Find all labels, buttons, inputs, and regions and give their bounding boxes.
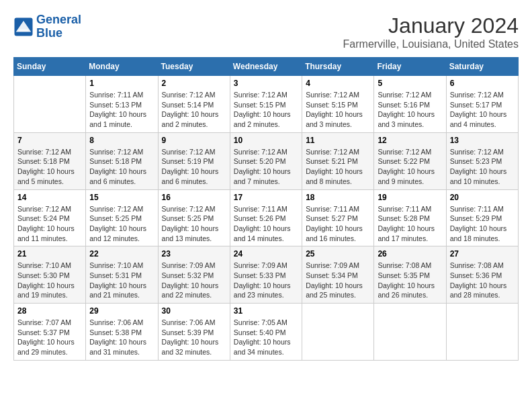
logo-line2: Blue — [36, 27, 81, 40]
logo-icon — [13, 17, 34, 37]
day-info: Sunrise: 7:11 AM Sunset: 5:27 PM Dayligh… — [306, 204, 370, 244]
day-number: 19 — [378, 193, 442, 202]
header-cell-thursday: Thursday — [302, 58, 374, 76]
day-number: 10 — [234, 136, 298, 145]
day-info: Sunrise: 7:12 AM Sunset: 5:23 PM Dayligh… — [450, 147, 515, 187]
day-info: Sunrise: 7:12 AM Sunset: 5:15 PM Dayligh… — [234, 90, 298, 130]
day-number: 28 — [17, 306, 82, 316]
day-info: Sunrise: 7:12 AM Sunset: 5:17 PM Dayligh… — [450, 90, 515, 130]
day-cell: 15Sunrise: 7:12 AM Sunset: 5:25 PM Dayli… — [86, 189, 158, 246]
day-info: Sunrise: 7:12 AM Sunset: 5:22 PM Dayligh… — [378, 147, 442, 187]
calendar-table: SundayMondayTuesdayWednesdayThursdayFrid… — [13, 57, 519, 361]
header-cell-friday: Friday — [374, 58, 446, 76]
day-number: 31 — [234, 306, 298, 316]
header-cell-saturday: Saturday — [446, 58, 518, 76]
day-cell: 25Sunrise: 7:09 AM Sunset: 5:34 PM Dayli… — [302, 246, 374, 304]
day-info: Sunrise: 7:08 AM Sunset: 5:35 PM Dayligh… — [378, 261, 442, 300]
day-number: 6 — [450, 79, 515, 88]
day-info: Sunrise: 7:12 AM Sunset: 5:25 PM Dayligh… — [162, 204, 226, 244]
day-info: Sunrise: 7:06 AM Sunset: 5:38 PM Dayligh… — [89, 318, 154, 357]
day-cell: 16Sunrise: 7:12 AM Sunset: 5:25 PM Dayli… — [158, 189, 230, 246]
day-info: Sunrise: 7:12 AM Sunset: 5:14 PM Dayligh… — [162, 90, 226, 130]
day-cell: 30Sunrise: 7:06 AM Sunset: 5:39 PM Dayli… — [158, 304, 230, 361]
calendar-body: 1Sunrise: 7:11 AM Sunset: 5:13 PM Daylig… — [14, 76, 519, 361]
day-info: Sunrise: 7:11 AM Sunset: 5:26 PM Dayligh… — [234, 204, 298, 244]
logo: General Blue — [13, 13, 81, 40]
day-number: 4 — [306, 79, 370, 88]
day-number: 29 — [89, 306, 154, 316]
day-info: Sunrise: 7:07 AM Sunset: 5:37 PM Dayligh… — [17, 318, 82, 357]
day-cell: 27Sunrise: 7:08 AM Sunset: 5:36 PM Dayli… — [446, 246, 518, 304]
day-info: Sunrise: 7:06 AM Sunset: 5:39 PM Dayligh… — [162, 318, 226, 357]
day-info: Sunrise: 7:12 AM Sunset: 5:19 PM Dayligh… — [162, 147, 226, 187]
day-cell: 2Sunrise: 7:12 AM Sunset: 5:14 PM Daylig… — [158, 76, 230, 133]
day-number: 24 — [234, 249, 298, 259]
day-info: Sunrise: 7:12 AM Sunset: 5:18 PM Dayligh… — [89, 147, 154, 187]
day-number: 21 — [17, 249, 82, 259]
week-row-5: 28Sunrise: 7:07 AM Sunset: 5:37 PM Dayli… — [14, 304, 519, 361]
day-number: 14 — [17, 193, 82, 202]
day-cell: 9Sunrise: 7:12 AM Sunset: 5:19 PM Daylig… — [158, 132, 230, 189]
day-cell: 13Sunrise: 7:12 AM Sunset: 5:23 PM Dayli… — [446, 132, 518, 189]
day-number: 27 — [450, 249, 515, 259]
day-number: 26 — [378, 249, 442, 259]
day-info: Sunrise: 7:08 AM Sunset: 5:36 PM Dayligh… — [450, 261, 515, 300]
day-cell: 19Sunrise: 7:11 AM Sunset: 5:28 PM Dayli… — [374, 189, 446, 246]
day-number: 12 — [378, 136, 442, 145]
day-cell: 29Sunrise: 7:06 AM Sunset: 5:38 PM Dayli… — [86, 304, 158, 361]
day-info: Sunrise: 7:10 AM Sunset: 5:31 PM Dayligh… — [89, 261, 154, 300]
day-info: Sunrise: 7:12 AM Sunset: 5:15 PM Dayligh… — [306, 90, 370, 130]
day-number: 18 — [306, 193, 370, 202]
day-number: 1 — [89, 79, 154, 88]
day-cell: 21Sunrise: 7:10 AM Sunset: 5:30 PM Dayli… — [14, 246, 86, 304]
day-number: 23 — [162, 249, 226, 259]
header-cell-monday: Monday — [86, 58, 158, 76]
day-cell: 11Sunrise: 7:12 AM Sunset: 5:21 PM Dayli… — [302, 132, 374, 189]
day-cell: 4Sunrise: 7:12 AM Sunset: 5:15 PM Daylig… — [302, 76, 374, 133]
day-cell: 31Sunrise: 7:05 AM Sunset: 5:40 PM Dayli… — [230, 304, 302, 361]
day-cell: 14Sunrise: 7:12 AM Sunset: 5:24 PM Dayli… — [14, 189, 86, 246]
day-number: 17 — [234, 193, 298, 202]
day-number: 16 — [162, 193, 226, 202]
calendar-title: January 2024 — [343, 13, 519, 38]
day-info: Sunrise: 7:12 AM Sunset: 5:20 PM Dayligh… — [234, 147, 298, 187]
day-cell: 18Sunrise: 7:11 AM Sunset: 5:27 PM Dayli… — [302, 189, 374, 246]
week-row-3: 14Sunrise: 7:12 AM Sunset: 5:24 PM Dayli… — [14, 189, 519, 246]
header: General Blue January 2024 Farmerville, L… — [13, 13, 519, 50]
calendar-header: SundayMondayTuesdayWednesdayThursdayFrid… — [14, 58, 519, 76]
day-info: Sunrise: 7:09 AM Sunset: 5:34 PM Dayligh… — [306, 261, 370, 300]
day-cell: 7Sunrise: 7:12 AM Sunset: 5:18 PM Daylig… — [14, 132, 86, 189]
day-cell — [374, 304, 446, 361]
day-number: 3 — [234, 79, 298, 88]
day-cell — [446, 304, 518, 361]
title-area: January 2024 Farmerville, Louisiana, Uni… — [343, 13, 519, 50]
day-cell — [14, 76, 86, 133]
day-cell: 24Sunrise: 7:09 AM Sunset: 5:33 PM Dayli… — [230, 246, 302, 304]
day-cell — [302, 304, 374, 361]
day-number: 9 — [162, 136, 226, 145]
day-cell: 26Sunrise: 7:08 AM Sunset: 5:35 PM Dayli… — [374, 246, 446, 304]
week-row-4: 21Sunrise: 7:10 AM Sunset: 5:30 PM Dayli… — [14, 246, 519, 304]
day-number: 25 — [306, 249, 370, 259]
day-cell: 20Sunrise: 7:11 AM Sunset: 5:29 PM Dayli… — [446, 189, 518, 246]
day-info: Sunrise: 7:05 AM Sunset: 5:40 PM Dayligh… — [234, 318, 298, 357]
day-info: Sunrise: 7:12 AM Sunset: 5:24 PM Dayligh… — [17, 204, 82, 244]
day-number: 20 — [450, 193, 515, 202]
day-cell: 6Sunrise: 7:12 AM Sunset: 5:17 PM Daylig… — [446, 76, 518, 133]
day-info: Sunrise: 7:11 AM Sunset: 5:29 PM Dayligh… — [450, 204, 515, 244]
day-info: Sunrise: 7:11 AM Sunset: 5:13 PM Dayligh… — [89, 90, 154, 130]
day-cell: 22Sunrise: 7:10 AM Sunset: 5:31 PM Dayli… — [86, 246, 158, 304]
calendar-subtitle: Farmerville, Louisiana, United States — [343, 38, 519, 50]
header-cell-tuesday: Tuesday — [158, 58, 230, 76]
day-number: 7 — [17, 136, 82, 145]
day-cell: 23Sunrise: 7:09 AM Sunset: 5:32 PM Dayli… — [158, 246, 230, 304]
header-row: SundayMondayTuesdayWednesdayThursdayFrid… — [14, 58, 519, 76]
day-number: 8 — [89, 136, 154, 145]
day-info: Sunrise: 7:09 AM Sunset: 5:32 PM Dayligh… — [162, 261, 226, 300]
day-info: Sunrise: 7:10 AM Sunset: 5:30 PM Dayligh… — [17, 261, 82, 300]
day-info: Sunrise: 7:09 AM Sunset: 5:33 PM Dayligh… — [234, 261, 298, 300]
day-cell: 3Sunrise: 7:12 AM Sunset: 5:15 PM Daylig… — [230, 76, 302, 133]
day-number: 11 — [306, 136, 370, 145]
svg-rect-2 — [19, 30, 29, 32]
day-info: Sunrise: 7:12 AM Sunset: 5:16 PM Dayligh… — [378, 90, 442, 130]
